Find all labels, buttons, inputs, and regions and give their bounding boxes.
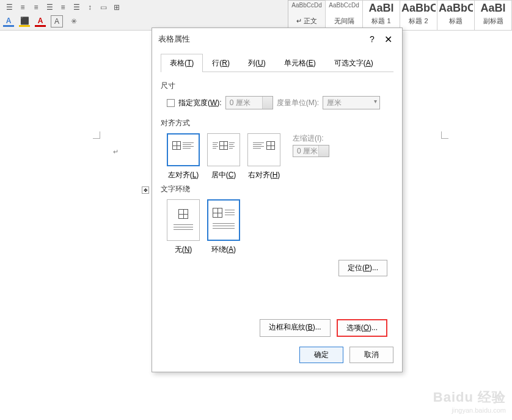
tab-e[interactable]: 单元格(E) bbox=[275, 54, 325, 72]
style-item[interactable]: AaBbCcDd↵ 正文 bbox=[288, 0, 326, 31]
style-item[interactable]: AaBbCcDd无间隔 bbox=[325, 0, 363, 31]
watermark-sub: jingyan.baidu.com bbox=[433, 407, 506, 414]
left-indent-spinner[interactable]: 0 厘米 bbox=[293, 145, 329, 157]
borders-icon[interactable]: ⊞ bbox=[111, 1, 123, 13]
page-margin-corner-tr bbox=[441, 131, 448, 139]
style-name: ↵ 正文 bbox=[290, 17, 324, 26]
style-preview: AaBbCcDd bbox=[290, 2, 324, 14]
dialog-titlebar: 表格属性 ? ✕ bbox=[152, 28, 402, 50]
style-preview: AaBbC bbox=[401, 2, 436, 14]
enclose-char-icon[interactable]: ✳ bbox=[68, 15, 80, 28]
wrap-option[interactable]: 环绕(A) bbox=[207, 199, 240, 255]
tab-r[interactable]: 行(R) bbox=[203, 54, 239, 72]
font-color-icon[interactable]: A bbox=[35, 16, 46, 27]
highlight-icon[interactable]: ⬛ bbox=[19, 16, 30, 27]
bullets-icon[interactable]: ☰ bbox=[3, 1, 15, 13]
align-label: 右对齐(H) bbox=[247, 170, 280, 180]
align-option[interactable]: 右对齐(H) bbox=[247, 133, 280, 180]
dialog-footer: 确定 取消 bbox=[152, 341, 402, 369]
style-preview: AaBbC bbox=[439, 2, 473, 14]
tab-t[interactable]: 表格(T) bbox=[161, 54, 203, 72]
cancel-button[interactable]: 取消 bbox=[349, 347, 393, 363]
align-label: 左对齐(L) bbox=[167, 170, 200, 180]
numbering-icon[interactable]: ≡ bbox=[16, 1, 29, 13]
help-button[interactable]: ? bbox=[364, 34, 380, 44]
text-style-a-icon[interactable]: A bbox=[3, 16, 14, 27]
paragraph-mark: ↵ bbox=[113, 148, 119, 156]
style-name: 标题 2 bbox=[401, 17, 436, 26]
char-border-icon[interactable]: A bbox=[51, 15, 63, 28]
style-item[interactable]: AaBl副标题 bbox=[474, 0, 512, 31]
ok-button[interactable]: 确定 bbox=[299, 347, 343, 363]
ribbon-paragraph-group: ☰ ≡ ≡ ☰ ≡ ☰ ↕ ▭ ⊞ bbox=[3, 1, 123, 13]
style-name: 副标题 bbox=[476, 17, 510, 26]
ribbon: ☰ ≡ ≡ ☰ ≡ ☰ ↕ ▭ ⊞ A ⬛ A A ✳ AaBbCcDd↵ 正文… bbox=[0, 0, 512, 31]
table-move-handle[interactable]: ✥ bbox=[142, 186, 149, 194]
wrap-option[interactable]: 无(N) bbox=[167, 199, 200, 255]
align-right-icon[interactable]: ☰ bbox=[70, 1, 82, 13]
style-preview: AaBl bbox=[364, 2, 398, 14]
measure-unit-label: 度量单位(M): bbox=[277, 98, 319, 108]
dialog-title: 表格属性 bbox=[158, 34, 364, 45]
style-preview: AaBl bbox=[476, 2, 510, 14]
left-indent-label: 左缩进(I): bbox=[293, 133, 329, 144]
style-name: 无间隔 bbox=[327, 17, 361, 26]
left-indent-group: 左缩进(I): 0 厘米 bbox=[293, 133, 329, 157]
alignment-section-label: 对齐方式 bbox=[161, 118, 393, 128]
styles-gallery[interactable]: AaBbCcDd↵ 正文AaBbCcDd无间隔AaBl标题 1AaBbC标题 2… bbox=[288, 0, 512, 31]
preferred-width-label: 指定宽度(W): bbox=[178, 98, 222, 108]
align-box[interactable] bbox=[247, 133, 280, 166]
watermark: Baidu 经验 jingyan.baidu.com bbox=[433, 388, 506, 414]
wrap-box[interactable] bbox=[207, 199, 240, 241]
align-left-icon[interactable]: ☰ bbox=[43, 1, 56, 13]
options-button[interactable]: 选项(O)... bbox=[337, 319, 387, 337]
page-margin-corner-tl bbox=[93, 131, 100, 139]
preferred-width-checkbox[interactable] bbox=[167, 99, 175, 107]
align-label: 居中(C) bbox=[207, 170, 240, 180]
align-option[interactable]: 居中(C) bbox=[207, 133, 240, 180]
style-name: 标题 1 bbox=[364, 17, 398, 26]
table-properties-dialog: 表格属性 ? ✕ 表格(T)行(R)列(U)单元格(E)可选文字(A) 尺寸 指… bbox=[152, 28, 403, 372]
align-option[interactable]: 左对齐(L) bbox=[167, 133, 200, 180]
align-box[interactable] bbox=[207, 133, 240, 166]
style-item[interactable]: AaBbC标题 bbox=[437, 0, 475, 31]
align-box[interactable] bbox=[167, 133, 200, 166]
wrap-label: 环绕(A) bbox=[207, 245, 240, 255]
line-spacing-icon[interactable]: ↕ bbox=[84, 1, 96, 13]
tab-u[interactable]: 列(U) bbox=[239, 54, 275, 72]
preferred-width-spinner[interactable]: 0 厘米 bbox=[225, 96, 273, 109]
close-button[interactable]: ✕ bbox=[380, 34, 396, 45]
wrap-box[interactable] bbox=[167, 199, 200, 241]
ribbon-font-group: A ⬛ A A ✳ bbox=[3, 15, 80, 28]
dialog-tabs: 表格(T)行(R)列(U)单元格(E)可选文字(A) bbox=[161, 54, 393, 72]
borders-shading-button[interactable]: 边框和底纹(B)... bbox=[260, 319, 331, 337]
size-section-label: 尺寸 bbox=[161, 81, 393, 91]
wrap-section-label: 文字环绕 bbox=[161, 184, 393, 194]
measure-unit-combo[interactable]: 厘米 bbox=[323, 96, 380, 109]
wrap-label: 无(N) bbox=[167, 245, 200, 255]
align-center-icon[interactable]: ≡ bbox=[57, 1, 69, 13]
watermark-brand: Baidu 经验 bbox=[433, 388, 506, 407]
style-item[interactable]: AaBl标题 1 bbox=[362, 0, 400, 31]
shading-icon[interactable]: ▭ bbox=[97, 1, 109, 13]
style-item[interactable]: AaBbC标题 2 bbox=[400, 0, 437, 31]
tab-a[interactable]: 可选文字(A) bbox=[325, 54, 382, 72]
style-name: 标题 bbox=[439, 17, 473, 26]
style-preview: AaBbCcDd bbox=[327, 2, 361, 14]
multilevel-icon[interactable]: ≡ bbox=[30, 1, 42, 13]
positioning-button[interactable]: 定位(P)... bbox=[338, 260, 387, 276]
